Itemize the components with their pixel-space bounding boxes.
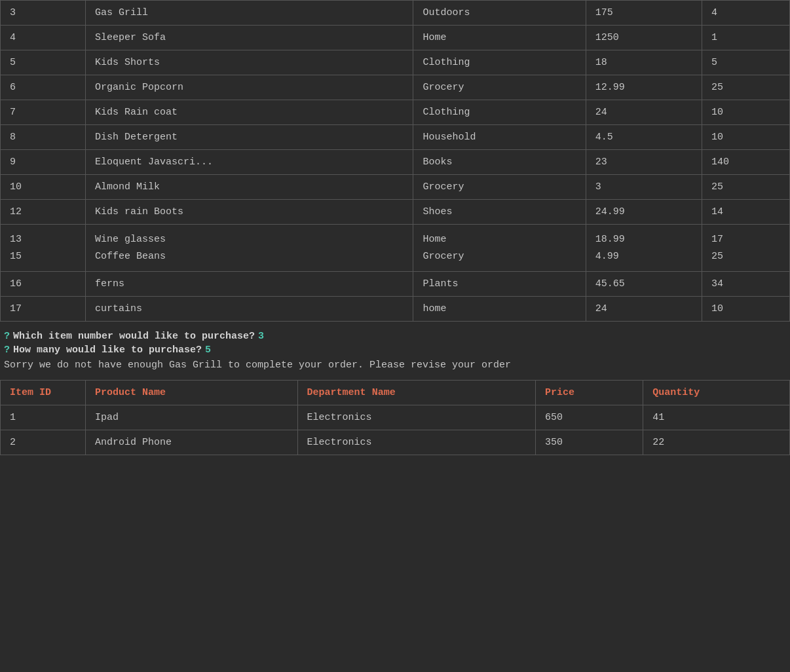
cell-dept: Plants xyxy=(413,272,586,297)
cell-name: Kids rain Boots xyxy=(86,200,413,225)
cell-id: 3 xyxy=(1,1,86,26)
cell-name: Almond Milk xyxy=(86,175,413,200)
cell-name: Gas Grill xyxy=(86,1,413,26)
cell-qty: 5 xyxy=(702,50,789,75)
cell-name: Ipad xyxy=(86,405,298,430)
table-row: 2Android PhoneElectronics35022 xyxy=(1,430,790,455)
cell-qty: 14 xyxy=(702,200,789,225)
cell-dept: Household xyxy=(413,125,586,150)
cell-name: Kids Rain coat xyxy=(86,100,413,125)
top-table: 3Gas GrillOutdoors17544Sleeper SofaHome1… xyxy=(0,0,790,322)
table-row: 1IpadElectronics65041 xyxy=(1,405,790,430)
cell-id: 1 xyxy=(1,405,86,430)
cell-dept: Clothing xyxy=(413,100,586,125)
cell-id: 1315 xyxy=(1,225,86,272)
cell-price: 18.994.99 xyxy=(586,225,702,272)
cell-qty: 10 xyxy=(702,100,789,125)
error-message: Sorry we do not have enough Gas Grill to… xyxy=(4,360,786,371)
cell-dept: Electronics xyxy=(297,405,536,430)
col-header-price: Price xyxy=(536,381,643,405)
table-row: 10Almond MilkGrocery325 xyxy=(1,175,790,200)
cell-name: Android Phone xyxy=(86,430,298,455)
cell-dept: Electronics xyxy=(297,430,536,455)
question2-answer: 5 xyxy=(205,345,211,356)
table-row: 7Kids Rain coatClothing2410 xyxy=(1,100,790,125)
cell-qty: 41 xyxy=(643,405,790,430)
cell-price: 18 xyxy=(586,50,702,75)
cell-id: 6 xyxy=(1,75,86,100)
cell-price: 175 xyxy=(586,1,702,26)
table-row: 9Eloquent Javascri...Books23140 xyxy=(1,150,790,175)
cell-price: 4.5 xyxy=(586,125,702,150)
cell-price: 24.99 xyxy=(586,200,702,225)
table-row: 4Sleeper SofaHome12501 xyxy=(1,26,790,50)
cell-name: ferns xyxy=(86,272,413,297)
cell-id: 16 xyxy=(1,272,86,297)
cell-price: 45.65 xyxy=(586,272,702,297)
question2-mark: ? xyxy=(4,345,10,356)
cell-qty: 25 xyxy=(702,75,789,100)
cell-id: 9 xyxy=(1,150,86,175)
cell-qty: 140 xyxy=(702,150,789,175)
cell-price: 650 xyxy=(536,405,643,430)
cell-name: Eloquent Javascri... xyxy=(86,150,413,175)
cell-price: 23 xyxy=(586,150,702,175)
question1-answer: 3 xyxy=(258,331,264,342)
col-header-name: Product Name xyxy=(86,381,298,405)
col-header-id: Item ID xyxy=(1,381,86,405)
cell-id: 7 xyxy=(1,100,86,125)
cell-id: 4 xyxy=(1,26,86,50)
cell-name: Dish Detergent xyxy=(86,125,413,150)
bottom-table: Item ID Product Name Department Name Pri… xyxy=(0,380,790,455)
cell-dept: Clothing xyxy=(413,50,586,75)
cell-qty: 22 xyxy=(643,430,790,455)
col-header-dept: Department Name xyxy=(297,381,536,405)
cell-id: 17 xyxy=(1,297,86,322)
cell-dept: Outdoors xyxy=(413,1,586,26)
cell-price: 1250 xyxy=(586,26,702,50)
cell-name: curtains xyxy=(86,297,413,322)
cell-name: Wine glassesCoffee Beans xyxy=(86,225,413,272)
table-row: 12Kids rain BootsShoes24.9914 xyxy=(1,200,790,225)
cell-price: 3 xyxy=(586,175,702,200)
cell-qty: 25 xyxy=(702,175,789,200)
table-row: 17curtainshome2410 xyxy=(1,297,790,322)
cell-price: 12.99 xyxy=(586,75,702,100)
question1-text: Which item number would like to purchase… xyxy=(13,331,255,342)
cell-id: 8 xyxy=(1,125,86,150)
cell-name: Organic Popcorn xyxy=(86,75,413,100)
table-row: 16fernsPlants45.6534 xyxy=(1,272,790,297)
table-row: 6Organic PopcornGrocery12.9925 xyxy=(1,75,790,100)
message-block: ? Which item number would like to purcha… xyxy=(0,322,790,380)
cell-price: 24 xyxy=(586,297,702,322)
cell-dept: HomeGrocery xyxy=(413,225,586,272)
table-row: 8Dish DetergentHousehold4.510 xyxy=(1,125,790,150)
cell-dept: Grocery xyxy=(413,175,586,200)
cell-qty: 1 xyxy=(702,26,789,50)
cell-id: 10 xyxy=(1,175,86,200)
bottom-table-header-row: Item ID Product Name Department Name Pri… xyxy=(1,381,790,405)
cell-qty: 1725 xyxy=(702,225,789,272)
cell-dept: Grocery xyxy=(413,75,586,100)
cell-qty: 4 xyxy=(702,1,789,26)
cell-price: 24 xyxy=(586,100,702,125)
question1-mark: ? xyxy=(4,331,10,342)
question2-line: ? How many would like to purchase? 5 xyxy=(4,345,786,356)
cell-qty: 10 xyxy=(702,297,789,322)
cell-dept: Shoes xyxy=(413,200,586,225)
question1-line: ? Which item number would like to purcha… xyxy=(4,331,786,342)
table-row: 5Kids ShortsClothing185 xyxy=(1,50,790,75)
cell-dept: home xyxy=(413,297,586,322)
cell-name: Kids Shorts xyxy=(86,50,413,75)
cell-dept: Books xyxy=(413,150,586,175)
cell-id: 2 xyxy=(1,430,86,455)
table-row: 1315Wine glassesCoffee BeansHomeGrocery1… xyxy=(1,225,790,272)
question2-text: How many would like to purchase? xyxy=(13,345,202,356)
col-header-qty: Quantity xyxy=(643,381,790,405)
cell-id: 5 xyxy=(1,50,86,75)
table-row: 3Gas GrillOutdoors1754 xyxy=(1,1,790,26)
cell-qty: 34 xyxy=(702,272,789,297)
cell-price: 350 xyxy=(536,430,643,455)
cell-dept: Home xyxy=(413,26,586,50)
cell-name: Sleeper Sofa xyxy=(86,26,413,50)
